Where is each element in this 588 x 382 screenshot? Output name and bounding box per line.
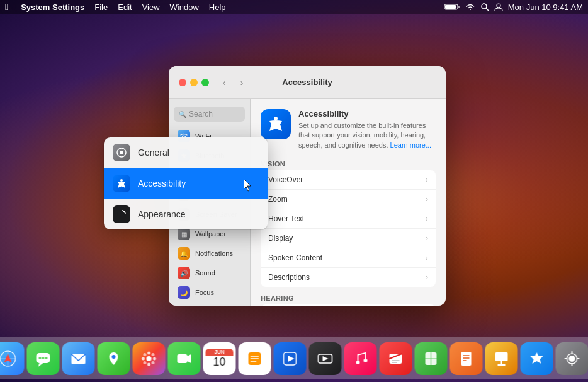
- dock-icon-photos[interactable]: [133, 342, 166, 375]
- menubar-window[interactable]: Window: [170, 3, 199, 12]
- hover-text-row[interactable]: Hover Text ›: [261, 209, 436, 229]
- svg-point-40: [142, 357, 145, 361]
- sidebar-item-label-sound: Sound: [195, 269, 215, 277]
- sidebar-item-sound[interactable]: 🔊 Sound: [171, 263, 247, 282]
- hearing-devices-row[interactable]: 👂 Hearing Devices ›: [261, 304, 436, 306]
- minimize-button[interactable]: [190, 79, 198, 86]
- svg-line-4: [486, 8, 489, 11]
- dock-icon-keynote[interactable]: [485, 342, 518, 375]
- dock-icon-safari[interactable]: [0, 342, 25, 375]
- svg-marker-31: [38, 363, 43, 367]
- menubar-edit[interactable]: Edit: [118, 3, 132, 12]
- menubar:  System Settings File Edit View Window …: [0, 0, 588, 14]
- menu-item-general[interactable]: General: [104, 137, 268, 168]
- svg-rect-2: [445, 5, 456, 9]
- svg-marker-55: [323, 356, 329, 361]
- spoken-content-row[interactable]: Spoken Content ›: [261, 248, 436, 268]
- learn-more-link[interactable]: Learn more...: [390, 141, 431, 149]
- descriptions-label: Descriptions: [268, 273, 426, 282]
- dock-icon-numbers[interactable]: [415, 342, 448, 375]
- vision-list: VoiceOver › Zoom › Hover Text › Display …: [261, 170, 436, 287]
- dock-icon-system-preferences[interactable]: [556, 342, 589, 375]
- svg-point-32: [39, 357, 42, 359]
- svg-point-5: [497, 4, 500, 8]
- accessibility-menu-label: Accessibility: [138, 178, 186, 188]
- dock-icon-maps[interactable]: [98, 342, 130, 375]
- wifi-icon: [465, 3, 475, 11]
- spoken-content-label: Spoken Content: [268, 253, 426, 262]
- close-button[interactable]: [179, 79, 186, 86]
- menubar-right: Mon Jun 10 9:41 AM: [444, 3, 583, 12]
- sidebar-item-notifications[interactable]: 🔔 Notifications: [171, 244, 247, 263]
- focus-sidebar-icon: 🌙: [178, 286, 190, 299]
- sidebar-item-focus[interactable]: 🌙 Focus: [171, 283, 247, 302]
- search-menubar-icon[interactable]: [480, 3, 489, 11]
- back-button[interactable]: ‹: [217, 75, 232, 90]
- dock-icon-appstore[interactable]: [521, 342, 553, 375]
- voiceover-row[interactable]: VoiceOver ›: [261, 170, 436, 190]
- dock-icon-mail[interactable]: [62, 342, 95, 375]
- dock-icon-reminders[interactable]: [239, 342, 271, 375]
- dock-icon-clips[interactable]: [274, 342, 307, 375]
- svg-point-38: [147, 352, 150, 355]
- calendar-day: 10: [206, 356, 234, 369]
- sidebar-item-label-wallpaper: Wallpaper: [195, 230, 226, 238]
- dock-icon-messages[interactable]: [27, 342, 60, 375]
- svg-point-43: [152, 353, 155, 356]
- dock-icon-music[interactable]: [344, 342, 377, 375]
- svg-point-44: [144, 361, 147, 364]
- svg-rect-64: [461, 352, 472, 366]
- search-bar[interactable]: 🔍 Search: [174, 107, 245, 122]
- accessibility-desc-text: Set up and customize the built-in featur…: [298, 121, 436, 150]
- traffic-lights: [179, 79, 209, 86]
- appearance-menu-icon: [113, 205, 130, 223]
- zoom-label: Zoom: [268, 195, 426, 204]
- dock-icon-pages[interactable]: [450, 342, 483, 375]
- menubar-app-name[interactable]: System Settings: [21, 3, 84, 12]
- svg-point-34: [45, 357, 48, 359]
- svg-point-37: [147, 356, 152, 361]
- zoom-row[interactable]: Zoom ›: [261, 190, 436, 209]
- svg-point-57: [364, 359, 368, 362]
- menu-item-appearance[interactable]: Appearance: [104, 199, 268, 229]
- accessibility-description: Accessibility Set up and customize the b…: [298, 109, 436, 150]
- apple-menu-icon[interactable]: : [5, 2, 8, 12]
- hover-text-chevron: ›: [426, 214, 428, 223]
- svg-point-6: [274, 117, 278, 120]
- floating-menu: General Accessibility Appearance: [104, 137, 268, 229]
- display-chevron: ›: [426, 234, 428, 243]
- forward-button[interactable]: ›: [234, 75, 249, 90]
- svg-point-71: [569, 356, 575, 362]
- user-menubar-icon[interactable]: [494, 3, 503, 11]
- svg-point-8: [120, 151, 123, 154]
- svg-point-56: [356, 361, 360, 364]
- svg-point-36: [112, 355, 116, 359]
- svg-marker-47: [188, 354, 191, 363]
- sidebar-item-screentime[interactable]: ⏱ Screen Time: [171, 303, 247, 306]
- search-placeholder: Search: [189, 110, 213, 119]
- descriptions-row[interactable]: Descriptions ›: [261, 268, 436, 287]
- appearance-menu-label: Appearance: [138, 209, 186, 219]
- accessibility-header: Accessibility Set up and customize the b…: [261, 109, 436, 150]
- accessibility-title: Accessibility: [298, 109, 436, 119]
- accessibility-menu-icon: [113, 175, 130, 192]
- maximize-button[interactable]: [201, 79, 209, 86]
- battery-icon: [444, 3, 460, 11]
- window-title: Accessibility: [282, 78, 332, 87]
- hearing-section-label: Hearing: [261, 294, 436, 302]
- wallpaper-sidebar-icon: ▦: [178, 228, 190, 240]
- menubar-file[interactable]: File: [94, 3, 108, 12]
- menubar-datetime: Mon Jun 10 9:41 AM: [508, 3, 583, 12]
- menubar-view[interactable]: View: [142, 3, 160, 12]
- menubar-help[interactable]: Help: [209, 3, 226, 12]
- general-menu-icon: [113, 144, 130, 161]
- dock-icon-news[interactable]: [380, 342, 412, 375]
- display-row[interactable]: Display ›: [261, 229, 436, 248]
- dock-icon-facetime[interactable]: [168, 342, 201, 375]
- content-area: Accessibility Set up and customize the b…: [251, 99, 446, 306]
- dock-icon-calendar[interactable]: JUN 10: [203, 342, 236, 375]
- display-label: Display: [268, 234, 426, 243]
- dock-icon-appletv[interactable]: [309, 342, 342, 375]
- window-nav: ‹ ›: [217, 75, 249, 90]
- menu-item-accessibility[interactable]: Accessibility: [104, 168, 268, 199]
